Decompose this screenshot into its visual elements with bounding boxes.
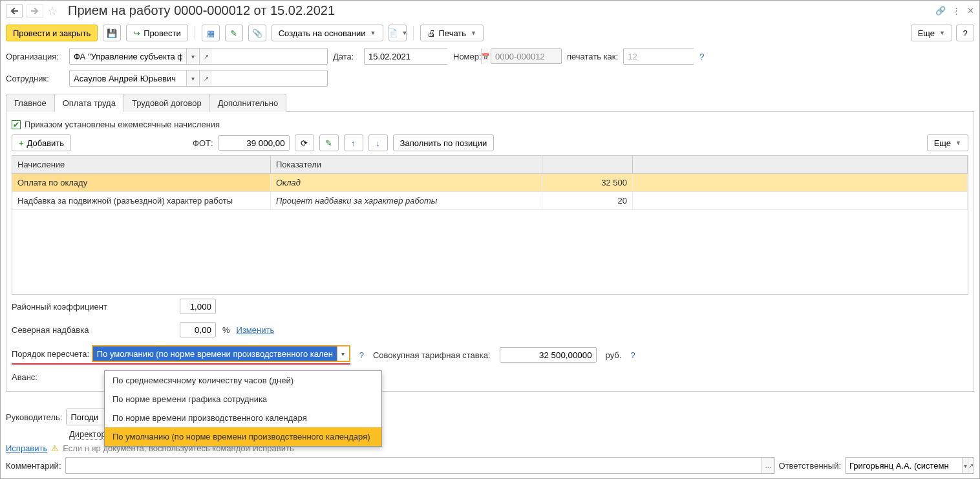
attach-button[interactable]: 📎 xyxy=(248,25,266,41)
arrow-down-icon: ↓ xyxy=(376,138,380,148)
refresh-icon: ⟳ xyxy=(301,138,308,148)
page-title: Прием на работу 0000-000012 от 15.02.202… xyxy=(68,3,932,18)
save-icon: 💾 xyxy=(107,28,117,38)
nav-back-button[interactable] xyxy=(6,4,23,18)
employee-input[interactable] xyxy=(70,70,186,86)
col-header-extra xyxy=(633,156,968,173)
fill-by-position-button[interactable]: Заполнить по позиции xyxy=(393,134,495,151)
tariff-input[interactable] xyxy=(500,347,597,363)
comment-label: Комментарий: xyxy=(6,461,61,471)
dropdown-item[interactable]: По норме времени производственного кален… xyxy=(105,409,381,427)
add-button[interactable]: +Добавить xyxy=(12,134,71,151)
fot-label: ФОТ: xyxy=(193,138,213,148)
number-field: 0000-000012 xyxy=(491,48,562,64)
open-icon[interactable]: ↗ xyxy=(199,70,212,86)
tab-pay[interactable]: Оплата труда xyxy=(54,94,124,112)
separator xyxy=(195,26,195,40)
post-button[interactable]: ↪Провести xyxy=(126,25,188,41)
move-down-button[interactable]: ↓ xyxy=(368,134,388,151)
help-icon[interactable]: ? xyxy=(359,350,364,360)
dropdown-icon[interactable]: ▾ xyxy=(337,346,349,361)
recalc-dropdown: По среднемесячному количеству часов (дне… xyxy=(104,370,382,447)
post-and-close-button[interactable]: Провести и закрыть xyxy=(6,25,98,41)
change-link[interactable]: Изменить xyxy=(237,325,275,335)
create-based-button[interactable]: Создать на основании▼ xyxy=(272,25,383,41)
star-icon[interactable]: ☆ xyxy=(47,4,61,18)
refresh-button[interactable]: ⟳ xyxy=(295,134,314,151)
post-icon: ↪ xyxy=(133,28,140,38)
table-row[interactable]: Надбавка за подвижной (разъездной) харак… xyxy=(12,192,968,210)
dropdown-item[interactable]: По умолчанию (по норме времени производс… xyxy=(105,427,381,446)
print-button[interactable]: 🖨Печать▼ xyxy=(420,25,484,41)
list-icon-button[interactable]: ▦ xyxy=(202,25,220,41)
cell-nach: Надбавка за подвижной (разъездной) харак… xyxy=(12,192,271,209)
move-up-button[interactable]: ↑ xyxy=(344,134,363,151)
caret-down-icon: ▼ xyxy=(955,140,961,146)
caret-down-icon: ▼ xyxy=(402,30,408,36)
help-button[interactable]: ? xyxy=(956,25,974,41)
pencil-icon: ✎ xyxy=(230,28,237,38)
kebab-icon[interactable]: ⋮ xyxy=(952,6,961,16)
caret-down-icon: ▼ xyxy=(370,30,376,36)
list-icon: ▦ xyxy=(207,28,215,38)
tab-main[interactable]: Главное xyxy=(6,94,55,112)
cell-pokaz: Процент надбавки за характер работы xyxy=(271,192,542,209)
table-more-button[interactable]: Еще▼ xyxy=(927,134,968,151)
link-icon[interactable]: 🔗 xyxy=(935,6,946,16)
plus-icon: + xyxy=(19,138,24,148)
close-icon[interactable]: ✕ xyxy=(967,6,974,16)
org-label: Организация: xyxy=(6,52,64,61)
responsible-input[interactable] xyxy=(846,458,962,473)
doc-icon: 📄 xyxy=(387,28,398,38)
fot-input[interactable] xyxy=(218,135,290,151)
more-button[interactable]: Еще▼ xyxy=(911,25,952,41)
warning-icon: ⚠ xyxy=(51,443,59,453)
tab-contract[interactable]: Трудовой договор xyxy=(123,94,210,112)
tab-extra[interactable]: Дополнительно xyxy=(209,94,287,112)
cell-val: 32 500 xyxy=(542,174,633,191)
advance-label: Аванс: xyxy=(12,372,50,382)
tariff-unit: руб. xyxy=(606,350,622,360)
tariff-label: Совокупная тарифная ставка: xyxy=(373,350,491,360)
monthly-accruals-checkbox[interactable]: ✔ xyxy=(12,120,21,129)
edit-row-button[interactable]: ✎ xyxy=(319,134,339,151)
dropdown-icon[interactable]: ▾ xyxy=(186,48,199,64)
help-icon[interactable]: ? xyxy=(699,52,704,61)
ellipsis-icon[interactable]: … xyxy=(762,458,774,473)
sev-input[interactable] xyxy=(180,322,216,337)
col-header-pokaz: Показатели xyxy=(271,156,542,173)
open-icon[interactable]: ↗ xyxy=(199,48,212,64)
open-icon[interactable]: ↗ xyxy=(968,458,974,473)
org-input[interactable] xyxy=(70,48,186,64)
responsible-label: Ответственный: xyxy=(779,461,841,471)
recalc-combo[interactable] xyxy=(93,346,337,361)
sev-label: Северная надбавка xyxy=(12,325,173,335)
save-button[interactable]: 💾 xyxy=(103,25,121,41)
dropdown-icon[interactable]: ▾ xyxy=(962,458,968,473)
nav-forward-button[interactable] xyxy=(27,4,43,18)
col-header-val xyxy=(542,156,633,173)
misc-icon-button[interactable]: 📄▼ xyxy=(389,25,407,41)
table-row[interactable]: Оплата по окладу Оклад 32 500 xyxy=(12,174,968,192)
caret-down-icon: ▼ xyxy=(471,30,476,36)
printer-icon: 🖨 xyxy=(427,28,436,38)
dropdown-icon[interactable]: ▾ xyxy=(186,70,199,86)
fix-link[interactable]: Исправить xyxy=(6,443,47,453)
rayk-input[interactable] xyxy=(180,299,216,314)
dropdown-item[interactable]: По среднемесячному количеству часов (дне… xyxy=(105,371,381,390)
sev-pct: % xyxy=(222,325,230,335)
dropdown-item[interactable]: По норме времени графика сотрудника xyxy=(105,390,381,409)
pencil-icon: ✎ xyxy=(325,138,332,148)
edit-icon-button[interactable]: ✎ xyxy=(225,25,243,41)
number-label: Номер: xyxy=(453,52,485,61)
print-as-input[interactable] xyxy=(624,48,740,64)
rayk-label: Районный коэффициент xyxy=(12,302,173,312)
comment-input[interactable] xyxy=(66,458,762,473)
caret-down-icon: ▼ xyxy=(939,30,945,36)
recalc-label: Порядок пересчета: xyxy=(12,349,89,359)
help-icon[interactable]: ? xyxy=(630,350,635,360)
employee-label: Сотрудник: xyxy=(6,74,64,83)
paperclip-icon: 📎 xyxy=(252,28,262,38)
cell-nach: Оплата по окладу xyxy=(12,174,271,191)
print-as-label: печатать как: xyxy=(567,52,618,61)
